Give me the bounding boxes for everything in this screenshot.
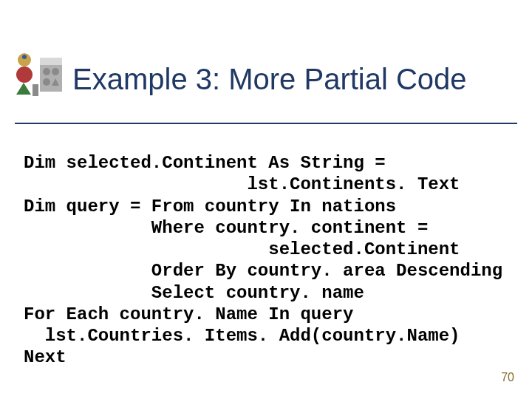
shapes-icon [15,53,66,105]
code-block: Dim selected.Continent As String = lst.C… [24,152,517,369]
slide: Example 3: More Partial Code Dim selecte… [0,0,532,399]
slide-header: Example 3: More Partial Code [15,53,517,105]
page-number: 70 [501,371,514,384]
slide-title: Example 3: More Partial Code [72,63,467,96]
header-divider [15,123,517,124]
